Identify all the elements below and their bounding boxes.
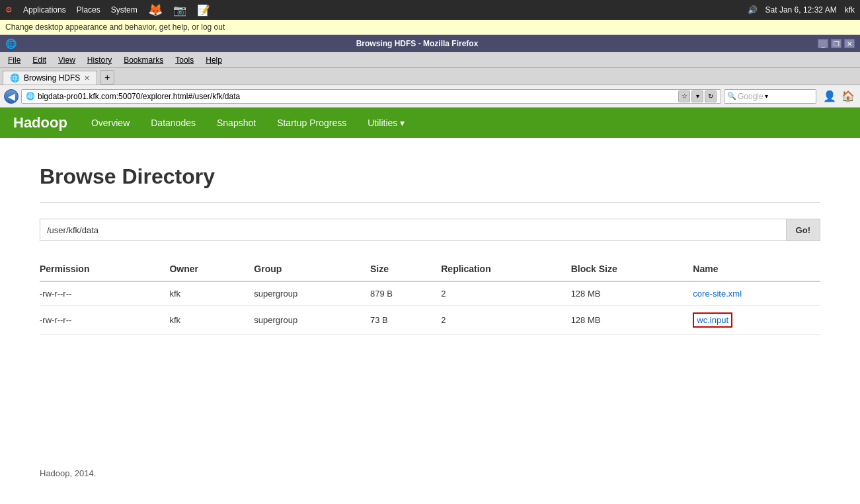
- go-button[interactable]: Go!: [786, 219, 820, 240]
- file-link-core-site[interactable]: core-site.xml: [693, 289, 742, 299]
- cell-block-size: 128 MB: [571, 306, 693, 335]
- menu-edit[interactable]: Edit: [27, 54, 52, 66]
- col-replication: Replication: [441, 257, 570, 281]
- menu-history[interactable]: History: [82, 54, 117, 66]
- nav-overview[interactable]: Overview: [81, 110, 140, 136]
- active-tab[interactable]: 🌐 Browsing HDFS ✕: [3, 71, 97, 85]
- search-input[interactable]: Google: [738, 92, 763, 101]
- footer: Hadoop, 2014.: [0, 455, 860, 491]
- cell-group: supergroup: [254, 306, 370, 335]
- username-label: kfk: [845, 5, 855, 15]
- address-input-wrap: 🌐 bigdata-pro01.kfk.com:50070/explorer.h…: [21, 89, 721, 104]
- table-body: -rw-r--r-- kfk supergroup 879 B 2 128 MB…: [40, 281, 820, 335]
- places-menu[interactable]: Places: [77, 5, 100, 15]
- address-actions: ☆ ▾ ↻: [678, 90, 717, 102]
- applications-menu[interactable]: Applications: [23, 5, 66, 15]
- reload-button[interactable]: ↻: [705, 90, 717, 102]
- menu-view[interactable]: View: [53, 54, 81, 66]
- edit-icon: 📝: [197, 4, 210, 17]
- address-bar: ◀ 🌐 bigdata-pro01.kfk.com:50070/explorer…: [0, 85, 860, 108]
- datetime-label: Sat Jan 6, 12:32 AM: [765, 5, 837, 15]
- address-globe-icon: 🌐: [26, 92, 35, 100]
- menu-tools[interactable]: Tools: [170, 54, 199, 66]
- nav-datanodes[interactable]: Datanodes: [140, 110, 206, 136]
- cell-replication: 2: [441, 281, 570, 306]
- home-icon[interactable]: 🏠: [840, 89, 856, 104]
- path-bar: Go!: [40, 219, 820, 241]
- screenshot-icon: 📷: [173, 4, 186, 17]
- tab-favicon: 🌐: [10, 73, 20, 83]
- tab-label: Browsing HDFS: [24, 73, 80, 83]
- cell-name: wc.input: [693, 306, 820, 335]
- col-size: Size: [370, 257, 441, 281]
- firefox-icon: 🦊: [148, 3, 163, 17]
- menu-bar: File Edit View History Bookmarks Tools H…: [0, 52, 860, 68]
- col-name: Name: [693, 257, 820, 281]
- col-block-size: Block Size: [571, 257, 693, 281]
- app-icon: ⚙: [5, 5, 13, 15]
- address-dropdown-icon[interactable]: ▾: [691, 90, 703, 102]
- minimize-button[interactable]: _: [818, 39, 828, 48]
- col-permission: Permission: [40, 257, 169, 281]
- notification-bar: Change desktop appearance and behavior, …: [0, 20, 860, 35]
- close-button[interactable]: ✕: [844, 39, 855, 48]
- title-separator: [40, 202, 820, 203]
- tab-close-icon[interactable]: ✕: [84, 74, 90, 83]
- search-wrap: 🔍 Google ▾: [724, 89, 816, 104]
- file-table: Permission Owner Group Size Replication …: [40, 257, 820, 335]
- col-owner: Owner: [169, 257, 254, 281]
- cell-owner: kfk: [169, 281, 254, 306]
- title-bar-controls: _ ❐ ✕: [818, 39, 855, 48]
- table-row: -rw-r--r-- kfk supergroup 879 B 2 128 MB…: [40, 281, 820, 306]
- title-bar: 🌐 Browsing HDFS - Mozilla Firefox _ ❐ ✕: [0, 35, 860, 52]
- title-bar-left: 🌐: [5, 38, 17, 49]
- bookmark-star-icon[interactable]: ☆: [678, 90, 690, 102]
- nav-snapshot[interactable]: Snapshot: [206, 110, 266, 136]
- back-button[interactable]: ◀: [4, 89, 19, 104]
- cell-size: 73 B: [370, 306, 441, 335]
- search-engine-icon: 🔍: [727, 92, 736, 100]
- menu-bookmarks[interactable]: Bookmarks: [118, 54, 169, 66]
- menu-help[interactable]: Help: [200, 54, 227, 66]
- hadoop-brand: Hadoop: [13, 114, 67, 131]
- restore-button[interactable]: ❐: [831, 39, 841, 48]
- path-input[interactable]: [40, 219, 786, 240]
- new-tab-button[interactable]: +: [100, 70, 114, 85]
- table-header: Permission Owner Group Size Replication …: [40, 257, 820, 281]
- cell-permission: -rw-r--r--: [40, 281, 169, 306]
- search-dropdown-icon[interactable]: ▾: [765, 92, 768, 100]
- cell-size: 879 B: [370, 281, 441, 306]
- menu-file[interactable]: File: [3, 54, 26, 66]
- cell-name: core-site.xml: [693, 281, 820, 306]
- volume-icon: 🔊: [748, 5, 758, 15]
- cell-replication: 2: [441, 306, 570, 335]
- person-icon[interactable]: 👤: [822, 89, 838, 104]
- page-title: Browse Directory: [40, 164, 820, 189]
- cell-group: supergroup: [254, 281, 370, 306]
- taskbar: ⚙ Applications Places System 🦊 📷 📝 🔊 Sat…: [0, 0, 860, 20]
- cell-permission: -rw-r--r--: [40, 306, 169, 335]
- nav-startup-progress[interactable]: Startup Progress: [266, 110, 357, 136]
- taskbar-left: ⚙ Applications Places System 🦊 📷 📝: [5, 3, 210, 17]
- browser-logo-icon: 🌐: [5, 38, 17, 49]
- address-text[interactable]: bigdata-pro01.kfk.com:50070/explorer.htm…: [38, 92, 678, 101]
- browser-toolbar-icons: 👤 🏠: [822, 89, 856, 104]
- system-menu[interactable]: System: [111, 5, 137, 15]
- main-content: Browse Directory Go! Permission Owner Gr…: [0, 138, 860, 455]
- taskbar-right: 🔊 Sat Jan 6, 12:32 AM kfk: [748, 5, 855, 15]
- footer-text: Hadoop, 2014.: [40, 468, 96, 478]
- notification-text: Change desktop appearance and behavior, …: [5, 22, 225, 32]
- file-link-wc-input[interactable]: wc.input: [693, 312, 732, 328]
- cell-owner: kfk: [169, 306, 254, 335]
- col-group: Group: [254, 257, 370, 281]
- table-row: -rw-r--r-- kfk supergroup 73 B 2 128 MB …: [40, 306, 820, 335]
- browser-title: Browsing HDFS - Mozilla Firefox: [356, 39, 479, 48]
- cell-block-size: 128 MB: [571, 281, 693, 306]
- nav-utilities[interactable]: Utilities ▾: [357, 110, 415, 136]
- tabs-bar: 🌐 Browsing HDFS ✕ +: [0, 68, 860, 85]
- hadoop-nav: Hadoop Overview Datanodes Snapshot Start…: [0, 108, 860, 138]
